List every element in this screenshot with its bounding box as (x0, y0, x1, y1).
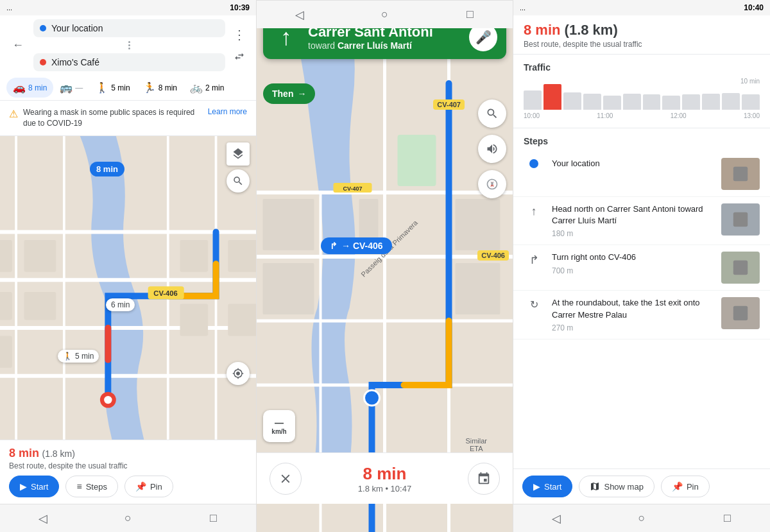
tab-walk[interactable]: 🚶 5 min (89, 78, 136, 98)
pin-button-3[interactable]: 📌 Pin (661, 476, 710, 497)
step-content-right: Turn right onto CV-406 700 m (552, 252, 714, 275)
action-buttons: ▶ Start ≡ Steps 📌 Pin (9, 476, 247, 497)
search-map-button[interactable] (227, 169, 250, 193)
speed-label: km/h (271, 428, 286, 435)
toward-label: toward (308, 40, 335, 51)
route-bottom-info: 8 min (1.8 km) Best route, despite the u… (0, 440, 256, 504)
step-image-right[interactable] (721, 252, 760, 284)
step-item-start: Your location (513, 151, 770, 197)
step-image-roundabout[interactable] (721, 297, 760, 329)
nav-back-button-3[interactable]: ◁ (545, 507, 568, 530)
pin-button[interactable]: 📌 Pin (124, 476, 173, 497)
then-label: Then (272, 89, 293, 99)
step-image-start[interactable] (721, 158, 760, 190)
step-main-roundabout: At the roundabout, take the 1st exit ont… (552, 297, 714, 320)
eta-time: 8 min (358, 464, 411, 484)
compass-button[interactable] (478, 170, 506, 198)
transport-tabs: 🚗 8 min 🚌 — 🚶 5 min 🏃 8 min 🚲 2 min (0, 75, 256, 101)
start-button-3[interactable]: ▶ Start (522, 476, 572, 497)
route-main-time: 8 min (9, 447, 39, 459)
nav-home-button-1[interactable]: ○ (117, 507, 140, 530)
my-location-button[interactable] (227, 362, 250, 385)
svg-rect-19 (228, 304, 256, 336)
toward-info: toward Carrer Lluís Martí (308, 40, 461, 51)
tab-car[interactable]: 🚗 8 min (6, 78, 53, 98)
walk-time: 5 min (111, 83, 130, 92)
step-thumbnail-right (721, 252, 760, 284)
chart-label: 11:00 (597, 112, 613, 119)
route-description: Best route, despite the usual traffic (9, 461, 247, 470)
covid-notice: ⚠ Wearing a mask in some public spaces i… (0, 101, 256, 136)
search-button-nav[interactable] (478, 99, 506, 128)
svg-rect-12 (0, 292, 12, 320)
steps-bottom-buttons: ▶ Start Show map 📌 Pin (513, 468, 770, 504)
svg-rect-34 (263, 263, 314, 314)
steps-button[interactable]: ≡ Steps (65, 476, 117, 497)
nav-recents-button-2[interactable]: □ (459, 3, 482, 26)
chart-bar (643, 94, 661, 110)
cancel-nav-button[interactable] (270, 463, 302, 495)
steps-route-time: 8 min (1.8 km) (524, 22, 760, 39)
more-options-button[interactable]: ⋮ (229, 24, 250, 45)
nav-home-button-2[interactable]: ○ (373, 3, 397, 26)
step-thumbnail-roundabout (721, 297, 760, 329)
origin-dot-icon (40, 25, 46, 31)
warning-icon: ⚠ (9, 108, 18, 120)
svg-point-10 (104, 395, 112, 403)
steps-time-red: 8 min (524, 22, 560, 38)
route-fields: Your location Ximo's Café (33, 19, 225, 71)
nav-back-button-1[interactable]: ◁ (31, 507, 55, 530)
similar-eta-label: SimilarETA (465, 437, 487, 452)
step-content-roundabout: At the roundabout, take the 1st exit ont… (552, 297, 714, 332)
then-button[interactable]: Then → (263, 83, 315, 104)
nav-back-button-2[interactable]: ◁ (288, 3, 311, 26)
speed-lines-icon: — (275, 418, 284, 428)
origin-field-row[interactable]: Your location (33, 19, 225, 37)
chart-label: 13:00 (744, 112, 760, 119)
chart-label: 10:00 (524, 112, 540, 119)
destination-field-row[interactable]: Ximo's Café (33, 53, 225, 71)
learn-more-link[interactable]: Learn more (208, 107, 247, 116)
back-button[interactable]: ← (6, 34, 30, 57)
svg-rect-35 (398, 135, 436, 186)
svg-rect-33 (263, 199, 314, 250)
drive-time-badge: 6 min (106, 298, 135, 311)
svg-rect-14 (24, 240, 56, 272)
tab-run[interactable]: 🏃 8 min (137, 78, 184, 98)
navigation-bottom-bar: 8 min 1.8 km • 10:47 (257, 452, 513, 504)
route-time-badge: 8 min (90, 162, 124, 176)
start-button[interactable]: ▶ Start (9, 476, 59, 497)
covid-text: Wearing a mask in some public spaces is … (23, 107, 203, 129)
svg-rect-17 (180, 304, 208, 336)
routes-button[interactable] (468, 463, 500, 495)
step-content-start: Your location (552, 158, 714, 169)
chart-bar (583, 94, 601, 110)
step-thumbnail-north (721, 203, 760, 236)
sound-button[interactable] (478, 135, 506, 163)
cv406-label: → CV-406 (341, 241, 383, 251)
steps-section: Steps Your location ↑ Head north on Carr… (513, 128, 770, 468)
status-left-3: ... (520, 4, 526, 12)
svg-rect-31 (456, 199, 501, 250)
step-icon-start (524, 158, 544, 168)
chart-bar (623, 94, 641, 110)
status-time-3: 10:40 (744, 3, 764, 12)
nav-home-button-3[interactable]: ○ (630, 507, 653, 530)
chart-bar (702, 94, 720, 110)
tab-bike[interactable]: 🚲 2 min (184, 78, 230, 98)
svg-rect-16 (180, 240, 208, 272)
step-icon-right: ↱ (524, 252, 544, 267)
step-image-north[interactable] (721, 203, 760, 236)
chart-bar (603, 96, 621, 110)
steps-dist-val: (1.8 km) (565, 22, 618, 38)
step-thumbnail-start (721, 158, 760, 190)
panel-3-steps: ... 10:40 8 min (1.8 km) Best route, des… (513, 0, 770, 532)
nav-recents-button-3[interactable]: □ (715, 507, 739, 530)
layers-button[interactable] (227, 142, 250, 166)
svg-rect-13 (0, 336, 12, 368)
swap-directions-button[interactable] (229, 46, 250, 67)
show-map-button[interactable]: Show map (579, 476, 654, 497)
tab-transit[interactable]: 🚌 — (53, 78, 89, 98)
status-bar-1: ... 10:39 (0, 0, 256, 15)
nav-recents-button-1[interactable]: □ (202, 507, 225, 530)
